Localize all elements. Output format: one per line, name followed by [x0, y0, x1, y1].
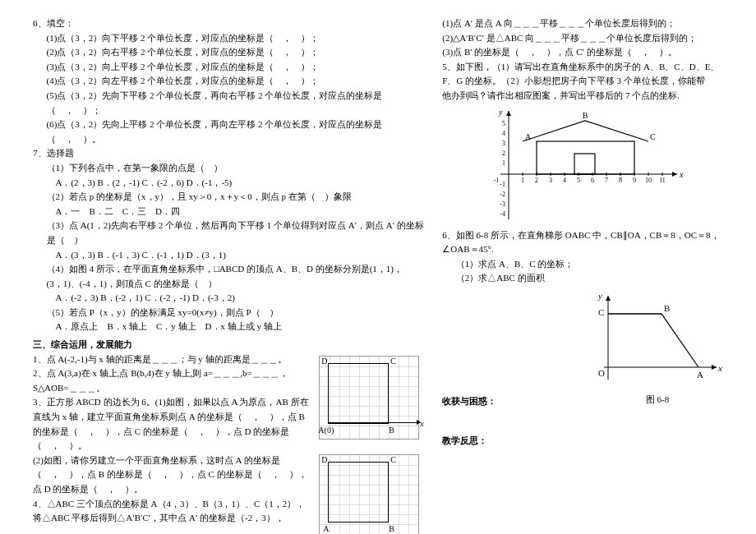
sec3-q3b: 直线为 x 轴，建立平面直角坐标系则点 A 的坐标是（ ， ），点 B [33, 410, 312, 425]
q7-3-opts: A．(3，3) B．(-1，3) C．(-1，1) D．(3，1) [33, 248, 426, 263]
svg-text:-3: -3 [500, 200, 505, 208]
q7-1-opts: A．(2，3) B．(2，-1) C．(-2，6) D．(-1，-5) [33, 176, 426, 191]
q6-5: (5)点（3，2）先向下平移 2 个单位长度，再向右平移 2 个单位长度，对应点… [33, 89, 426, 117]
svg-text:y: y [498, 108, 503, 117]
svg-text:10: 10 [645, 177, 652, 184]
sec3-q3f: （ ， ），点 B 的坐标是（ ， ），点 C 的坐标是（ ， ）， [33, 467, 312, 482]
svg-text:7: 7 [605, 177, 608, 184]
svg-text:x: x [679, 170, 684, 179]
svg-text:B: B [583, 111, 588, 120]
q7-5-opts: A．原点上 B．x 轴上 C．y 轴上 D．x 轴上或 y 轴上 [33, 320, 426, 334]
q7-4-opts: A．(-2，3) B．(-2，1) C．(-2，-1) D．(-3，2) [33, 291, 426, 306]
svg-text:-1: -1 [494, 177, 500, 184]
q7-2: （2）若点 p 的坐标是（x，y），且 xy＞0，x＋y＜0，则点 p 在第（ … [33, 190, 426, 205]
q6-6: (6)点（3，2）先向上平移 2 个单位长度，再向左平移 2 个单位长度，对应点… [33, 117, 426, 146]
q5c: 他办到吗？请作出相应图案，并写出平移后的 7 个点的坐标. [442, 89, 723, 104]
svg-rect-39 [574, 154, 595, 174]
figure-square-2: D C A B [319, 454, 419, 534]
figure-square-1: /*grid drawn below*/ D C A(0) B x [319, 356, 419, 440]
q6-title: 6、填空： [33, 16, 426, 31]
sec3-q2b: S△AOB=＿＿＿。 [33, 381, 312, 396]
svg-text:A: A [697, 370, 703, 380]
sec3-title: 三、综合运用，发展能力 [33, 338, 426, 352]
svg-text:2: 2 [502, 150, 505, 157]
sec3-q3a: 3、正方形 ABCD 的边长为 6。(1)如图，如果以点 A 为原点，AB 所在 [33, 395, 312, 410]
figure-trapezoid: x y O C B A 图 6-8 [592, 289, 723, 388]
svg-text:-4: -4 [500, 210, 505, 218]
q7-5: （5）若点 P（x，y）的坐标满足 xy=0(x≠y)，则点 P（ ） [33, 306, 426, 320]
reflect-title: 教学反思： [442, 434, 723, 449]
r2: (2)△A′B′C′ 是△ABC 向＿＿＿平移＿＿＿个单位长度后得到的； [442, 31, 723, 46]
q6c: （2）求△ABC 的面积 [442, 271, 723, 286]
q7-1: （1）下列各点中，在第一象限的点是（ ） [33, 161, 426, 176]
svg-text:-2: -2 [500, 191, 505, 198]
q7-4b: (3，1)、(-4，1)，则顶点 C 的坐标是（ ） [33, 277, 426, 292]
svg-marker-46 [606, 296, 611, 301]
sec3-q1: 1、点 A(-2,-1)与 x 轴的距离是＿＿＿；与 y 轴的距离是＿＿＿。 [33, 352, 312, 367]
sec3-q3d: （ ， ）。 [33, 439, 312, 453]
svg-text:C: C [650, 132, 656, 141]
svg-text:9: 9 [633, 177, 636, 184]
svg-text:3: 3 [549, 177, 552, 184]
svg-rect-38 [537, 141, 634, 174]
q5b: F、G 的坐标。（2）小影想把房子向下平移 3 个单位长度，你能帮 [442, 74, 723, 89]
svg-marker-3 [506, 111, 511, 116]
svg-text:5: 5 [577, 177, 580, 184]
q7-title: 7、选择题 [33, 146, 426, 161]
q7-4: （4）如图 4 所示，在平面直角坐标系中，□ABCD 的顶点 A、B、D 的坐标… [33, 262, 426, 277]
svg-text:C: C [598, 307, 604, 317]
sec3-q3g: 点 D 的坐标是（ ， ）。 [33, 482, 312, 497]
svg-text:11: 11 [659, 177, 666, 184]
q7-2-opts: A．一 B．二 C．三 D．四 [33, 205, 426, 219]
svg-text:6: 6 [591, 177, 594, 184]
svg-text:3: 3 [502, 140, 505, 147]
svg-marker-1 [672, 172, 677, 177]
svg-text:8: 8 [619, 177, 622, 184]
svg-text:4: 4 [502, 130, 505, 137]
sec3-q3e: (2)如图，请你另建立一个平面直角坐标系，这时点 A 的坐标是 [33, 453, 312, 468]
sec3-q4a: 4、△ABC 三个顶点的坐标是 A（4，3）、B（3，1）、C（1，2）， [33, 497, 312, 512]
sec3-q3c: 的坐标是（ ， ），点 C 的坐标是（ ， ），点 D 的坐标是 [33, 425, 312, 440]
sec3-q4b: 将△ABC 平移后得到△A′B′C′，其中点 A′ 的坐标是（-2，3）， [33, 511, 312, 526]
q6-1: (1)点（3，2）向下平移 2 个单位长度，对应点的坐标是（ ， ）； [33, 31, 426, 46]
fig68-caption: 图 6-8 [592, 393, 723, 407]
r1: (1)点 A′ 是点 A 向＿＿＿平移＿＿＿个单位长度后得到的； [442, 16, 723, 31]
r3: (3)点 B′ 的坐标是（ ， ），点 C′ 的坐标是（ ， ）。 [442, 45, 723, 60]
svg-text:B: B [664, 303, 670, 313]
svg-text:1: 1 [521, 177, 524, 184]
q6-4: (4)点（3，2）向左平移 2 个单位长度，对应点的坐标是（ ， ）； [33, 74, 426, 89]
svg-text:O: O [598, 368, 605, 378]
q6-3: (3)点（3，2）向上平移 2 个单位长度，对应点的坐标是（ ， ）； [33, 60, 426, 75]
q6b: （1）求点 A、B、C 的坐标； [442, 257, 723, 272]
q5a: 5、如下图，（1）请写出在直角坐标系中的房子的 A、B、C、D、E、 [442, 60, 723, 75]
sec3-q2a: 2、点 A(3,a)在 x 轴上,点 B(b,4)在 y 轴上,则 a=＿＿＿,… [33, 366, 312, 381]
svg-marker-44 [712, 365, 717, 370]
svg-text:2: 2 [535, 177, 538, 184]
svg-text:x: x [717, 363, 722, 373]
svg-text:1: 1 [502, 159, 505, 167]
svg-text:y: y [597, 291, 602, 301]
q6-2: (2)点（3，2）向右平移 2 个单位长度，对应点的坐标是（ ， ）； [33, 45, 426, 60]
svg-text:-1: -1 [500, 181, 505, 188]
svg-text:5: 5 [502, 120, 505, 127]
svg-text:A: A [525, 132, 532, 141]
q6a: 6、如图 6-8 所示，在直角梯形 OABC 中，CB∥OA，CB＝8，OC＝8… [442, 228, 723, 257]
figure-house: x y -1 1234567891011 12345 -1-2-3-4 A B … [484, 108, 681, 223]
svg-text:4: 4 [563, 177, 566, 184]
q7-3: （3）点 A(1，2)先向右平移 2 个单位，然后再向下平移 1 个单位得到对应… [33, 219, 426, 247]
